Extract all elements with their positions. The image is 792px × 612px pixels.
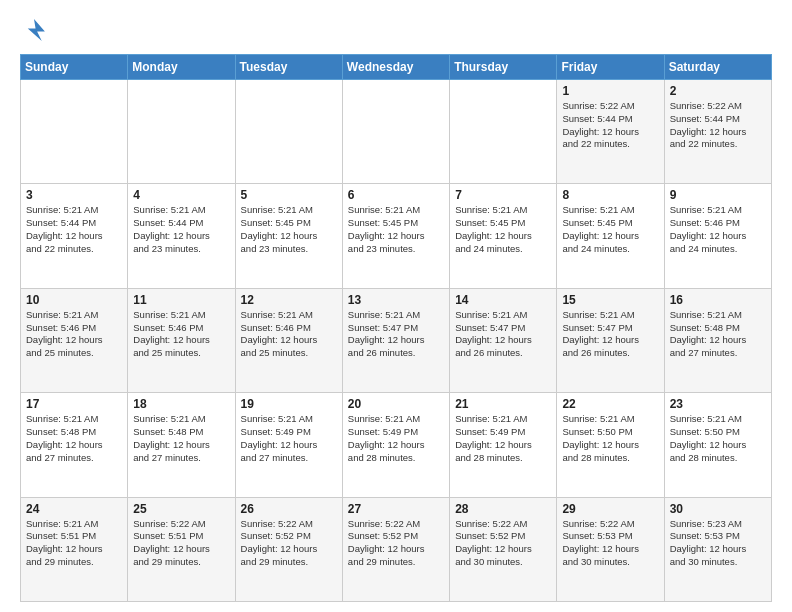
calendar-day-11: 11Sunrise: 5:21 AM Sunset: 5:46 PM Dayli… (128, 288, 235, 392)
calendar-header-row: SundayMondayTuesdayWednesdayThursdayFrid… (21, 55, 772, 80)
calendar-day-2: 2Sunrise: 5:22 AM Sunset: 5:44 PM Daylig… (664, 80, 771, 184)
day-info: Sunrise: 5:21 AM Sunset: 5:47 PM Dayligh… (348, 309, 444, 360)
logo (20, 16, 52, 44)
day-info: Sunrise: 5:21 AM Sunset: 5:47 PM Dayligh… (562, 309, 658, 360)
day-number: 15 (562, 293, 658, 307)
calendar-week-row: 24Sunrise: 5:21 AM Sunset: 5:51 PM Dayli… (21, 497, 772, 601)
day-number: 30 (670, 502, 766, 516)
day-info: Sunrise: 5:21 AM Sunset: 5:48 PM Dayligh… (133, 413, 229, 464)
day-number: 10 (26, 293, 122, 307)
day-info: Sunrise: 5:21 AM Sunset: 5:49 PM Dayligh… (455, 413, 551, 464)
calendar-day-1: 1Sunrise: 5:22 AM Sunset: 5:44 PM Daylig… (557, 80, 664, 184)
day-info: Sunrise: 5:21 AM Sunset: 5:45 PM Dayligh… (455, 204, 551, 255)
weekday-header-friday: Friday (557, 55, 664, 80)
day-info: Sunrise: 5:21 AM Sunset: 5:46 PM Dayligh… (670, 204, 766, 255)
calendar-day-17: 17Sunrise: 5:21 AM Sunset: 5:48 PM Dayli… (21, 393, 128, 497)
calendar-day-25: 25Sunrise: 5:22 AM Sunset: 5:51 PM Dayli… (128, 497, 235, 601)
day-number: 24 (26, 502, 122, 516)
day-number: 14 (455, 293, 551, 307)
day-number: 18 (133, 397, 229, 411)
calendar-table: SundayMondayTuesdayWednesdayThursdayFrid… (20, 54, 772, 602)
day-info: Sunrise: 5:22 AM Sunset: 5:52 PM Dayligh… (241, 518, 337, 569)
day-number: 6 (348, 188, 444, 202)
day-number: 27 (348, 502, 444, 516)
calendar-day-6: 6Sunrise: 5:21 AM Sunset: 5:45 PM Daylig… (342, 184, 449, 288)
day-info: Sunrise: 5:21 AM Sunset: 5:46 PM Dayligh… (26, 309, 122, 360)
day-info: Sunrise: 5:21 AM Sunset: 5:47 PM Dayligh… (455, 309, 551, 360)
day-number: 19 (241, 397, 337, 411)
calendar-day-29: 29Sunrise: 5:22 AM Sunset: 5:53 PM Dayli… (557, 497, 664, 601)
day-info: Sunrise: 5:22 AM Sunset: 5:51 PM Dayligh… (133, 518, 229, 569)
calendar-day-12: 12Sunrise: 5:21 AM Sunset: 5:46 PM Dayli… (235, 288, 342, 392)
day-info: Sunrise: 5:21 AM Sunset: 5:46 PM Dayligh… (241, 309, 337, 360)
calendar-day-13: 13Sunrise: 5:21 AM Sunset: 5:47 PM Dayli… (342, 288, 449, 392)
day-number: 17 (26, 397, 122, 411)
weekday-header-thursday: Thursday (450, 55, 557, 80)
weekday-header-tuesday: Tuesday (235, 55, 342, 80)
day-info: Sunrise: 5:21 AM Sunset: 5:44 PM Dayligh… (26, 204, 122, 255)
day-number: 2 (670, 84, 766, 98)
calendar-day-26: 26Sunrise: 5:22 AM Sunset: 5:52 PM Dayli… (235, 497, 342, 601)
page: SundayMondayTuesdayWednesdayThursdayFrid… (0, 0, 792, 612)
calendar-day-3: 3Sunrise: 5:21 AM Sunset: 5:44 PM Daylig… (21, 184, 128, 288)
calendar-day-27: 27Sunrise: 5:22 AM Sunset: 5:52 PM Dayli… (342, 497, 449, 601)
calendar-day-15: 15Sunrise: 5:21 AM Sunset: 5:47 PM Dayli… (557, 288, 664, 392)
calendar-week-row: 1Sunrise: 5:22 AM Sunset: 5:44 PM Daylig… (21, 80, 772, 184)
day-info: Sunrise: 5:21 AM Sunset: 5:49 PM Dayligh… (348, 413, 444, 464)
day-number: 22 (562, 397, 658, 411)
day-number: 4 (133, 188, 229, 202)
day-info: Sunrise: 5:22 AM Sunset: 5:52 PM Dayligh… (455, 518, 551, 569)
calendar-day-19: 19Sunrise: 5:21 AM Sunset: 5:49 PM Dayli… (235, 393, 342, 497)
calendar-week-row: 10Sunrise: 5:21 AM Sunset: 5:46 PM Dayli… (21, 288, 772, 392)
day-info: Sunrise: 5:21 AM Sunset: 5:44 PM Dayligh… (133, 204, 229, 255)
calendar-day-10: 10Sunrise: 5:21 AM Sunset: 5:46 PM Dayli… (21, 288, 128, 392)
day-info: Sunrise: 5:21 AM Sunset: 5:50 PM Dayligh… (670, 413, 766, 464)
day-number: 3 (26, 188, 122, 202)
day-info: Sunrise: 5:21 AM Sunset: 5:45 PM Dayligh… (348, 204, 444, 255)
calendar-week-row: 3Sunrise: 5:21 AM Sunset: 5:44 PM Daylig… (21, 184, 772, 288)
day-info: Sunrise: 5:23 AM Sunset: 5:53 PM Dayligh… (670, 518, 766, 569)
calendar-day-22: 22Sunrise: 5:21 AM Sunset: 5:50 PM Dayli… (557, 393, 664, 497)
calendar-empty (128, 80, 235, 184)
day-number: 12 (241, 293, 337, 307)
calendar-day-18: 18Sunrise: 5:21 AM Sunset: 5:48 PM Dayli… (128, 393, 235, 497)
day-info: Sunrise: 5:21 AM Sunset: 5:46 PM Dayligh… (133, 309, 229, 360)
day-number: 8 (562, 188, 658, 202)
calendar-day-7: 7Sunrise: 5:21 AM Sunset: 5:45 PM Daylig… (450, 184, 557, 288)
calendar-day-5: 5Sunrise: 5:21 AM Sunset: 5:45 PM Daylig… (235, 184, 342, 288)
day-number: 5 (241, 188, 337, 202)
calendar-day-16: 16Sunrise: 5:21 AM Sunset: 5:48 PM Dayli… (664, 288, 771, 392)
svg-marker-0 (28, 19, 45, 41)
calendar-day-23: 23Sunrise: 5:21 AM Sunset: 5:50 PM Dayli… (664, 393, 771, 497)
day-info: Sunrise: 5:21 AM Sunset: 5:51 PM Dayligh… (26, 518, 122, 569)
calendar-day-9: 9Sunrise: 5:21 AM Sunset: 5:46 PM Daylig… (664, 184, 771, 288)
weekday-header-saturday: Saturday (664, 55, 771, 80)
day-number: 21 (455, 397, 551, 411)
calendar-day-8: 8Sunrise: 5:21 AM Sunset: 5:45 PM Daylig… (557, 184, 664, 288)
calendar-empty (450, 80, 557, 184)
weekday-header-monday: Monday (128, 55, 235, 80)
day-info: Sunrise: 5:21 AM Sunset: 5:45 PM Dayligh… (562, 204, 658, 255)
day-number: 9 (670, 188, 766, 202)
day-number: 13 (348, 293, 444, 307)
calendar-day-24: 24Sunrise: 5:21 AM Sunset: 5:51 PM Dayli… (21, 497, 128, 601)
day-info: Sunrise: 5:21 AM Sunset: 5:50 PM Dayligh… (562, 413, 658, 464)
calendar-day-4: 4Sunrise: 5:21 AM Sunset: 5:44 PM Daylig… (128, 184, 235, 288)
calendar-day-30: 30Sunrise: 5:23 AM Sunset: 5:53 PM Dayli… (664, 497, 771, 601)
header (20, 16, 772, 44)
calendar-empty (235, 80, 342, 184)
calendar-day-21: 21Sunrise: 5:21 AM Sunset: 5:49 PM Dayli… (450, 393, 557, 497)
calendar-empty (21, 80, 128, 184)
day-number: 29 (562, 502, 658, 516)
day-info: Sunrise: 5:21 AM Sunset: 5:48 PM Dayligh… (26, 413, 122, 464)
logo-icon (20, 16, 48, 44)
day-info: Sunrise: 5:21 AM Sunset: 5:48 PM Dayligh… (670, 309, 766, 360)
calendar-empty (342, 80, 449, 184)
calendar-day-28: 28Sunrise: 5:22 AM Sunset: 5:52 PM Dayli… (450, 497, 557, 601)
weekday-header-wednesday: Wednesday (342, 55, 449, 80)
day-number: 16 (670, 293, 766, 307)
weekday-header-sunday: Sunday (21, 55, 128, 80)
day-info: Sunrise: 5:22 AM Sunset: 5:44 PM Dayligh… (562, 100, 658, 151)
day-number: 1 (562, 84, 658, 98)
day-number: 26 (241, 502, 337, 516)
